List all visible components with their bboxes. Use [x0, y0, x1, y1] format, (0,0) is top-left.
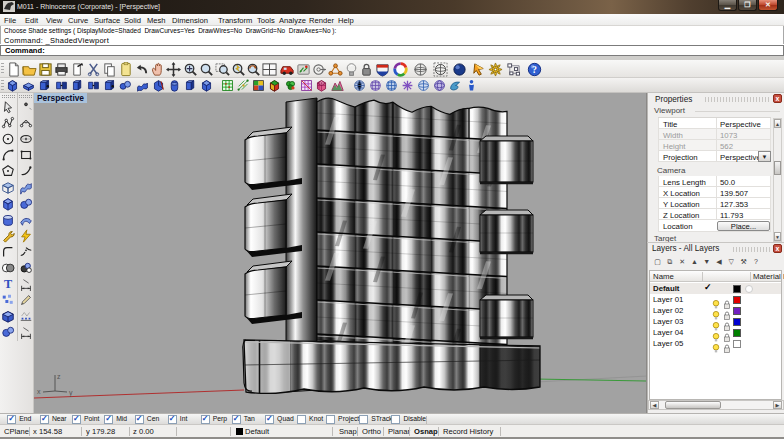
svg-text:y: y — [69, 389, 73, 397]
svg-text:z: z — [57, 373, 61, 380]
svg-text:x: x — [37, 388, 41, 395]
svg-text:T: T — [4, 277, 12, 291]
svg-text:?: ? — [532, 64, 537, 75]
